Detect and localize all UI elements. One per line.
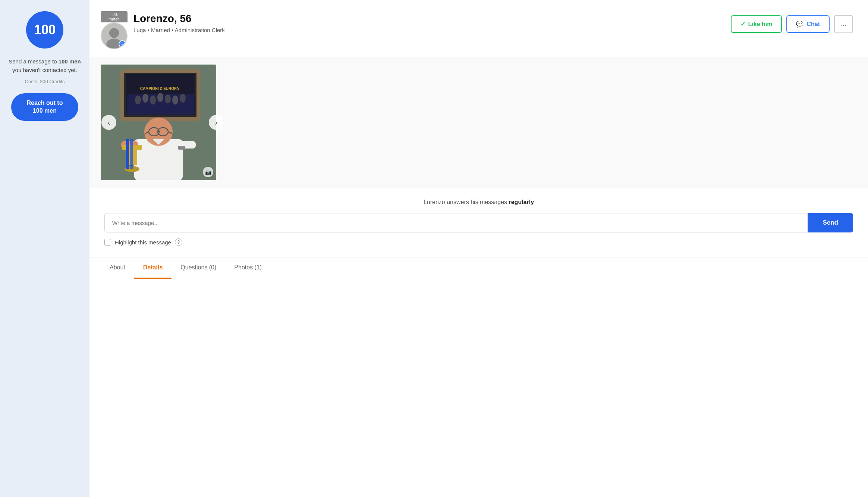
profile-meta: Luqa • Married • Administration Clerk	[133, 27, 225, 33]
main-content: ...% match ✓ Lorenzo,	[89, 0, 868, 497]
reach-out-button[interactable]: Reach out to 100 men	[11, 93, 78, 121]
svg-point-12	[165, 94, 171, 103]
badge-number: 100	[34, 22, 55, 38]
photo-section: ‹ CAMPIONI D'EUROPA	[89, 57, 868, 188]
header-actions: ✓ Like him 💬 Chat ...	[731, 11, 853, 33]
profile-header: ...% match ✓ Lorenzo,	[89, 0, 868, 57]
chat-icon: 💬	[796, 21, 803, 28]
match-avatar-wrap: ...% match ✓	[101, 11, 128, 49]
chevron-right-icon: ›	[215, 118, 218, 127]
highlight-checkbox[interactable]	[104, 239, 111, 246]
sidebar-desc-bold: 100 men	[59, 58, 81, 65]
svg-rect-29	[130, 139, 133, 169]
svg-point-9	[142, 94, 148, 103]
page-wrapper: 100 Send a message to 100 men you haven'…	[0, 0, 868, 497]
message-activity: Lorenzo answers his messages regularly	[104, 199, 853, 206]
tab-details[interactable]: Details	[134, 257, 172, 279]
ellipsis-icon: ...	[841, 20, 846, 28]
sidebar-desc-post: you haven't contacted yet.	[12, 67, 77, 73]
sidebar-cost: Costs: 300 Credits	[25, 79, 65, 84]
tab-photos[interactable]: Photos (1)	[225, 257, 271, 279]
match-label: ...% match	[101, 11, 128, 22]
cta-line2: 100 men	[33, 107, 57, 114]
tab-questions[interactable]: Questions (0)	[172, 257, 225, 279]
photo-next-button[interactable]: ›	[209, 115, 224, 130]
highlight-label[interactable]: Highlight this message	[115, 239, 171, 246]
camera-icon: 📷	[203, 167, 213, 177]
badge-circle: 100	[26, 11, 63, 49]
svg-rect-30	[178, 146, 185, 150]
svg-point-8	[135, 96, 141, 104]
tabs-section: About Details Questions (0) Photos (1)	[89, 257, 868, 279]
sidebar: 100 Send a message to 100 men you haven'…	[0, 0, 89, 497]
check-icon: ✓	[740, 21, 745, 28]
tab-about[interactable]: About	[101, 257, 134, 279]
cta-line1: Reach out to	[27, 100, 63, 106]
svg-point-11	[157, 93, 163, 102]
svg-rect-28	[126, 139, 129, 169]
avatar: ✓	[101, 22, 128, 49]
profile-info: Lorenzo, 56 Luqa • Married • Administrat…	[133, 11, 225, 33]
send-button[interactable]: Send	[808, 213, 853, 232]
message-input[interactable]	[104, 213, 808, 232]
message-input-row: Send	[104, 213, 853, 232]
profile-photo-svg: CAMPIONI D'EUROPA	[101, 65, 216, 180]
help-icon[interactable]: ?	[175, 238, 182, 246]
verified-badge: ✓	[119, 40, 126, 48]
sidebar-desc-pre: Send a message to	[9, 58, 58, 65]
more-button[interactable]: ...	[834, 15, 853, 33]
message-section: Lorenzo answers his messages regularly S…	[89, 188, 868, 257]
svg-point-13	[172, 96, 178, 104]
highlight-row: Highlight this message ?	[104, 238, 853, 246]
photo-prev-button[interactable]: ‹	[101, 115, 116, 130]
svg-text:CAMPIONI D'EUROPA: CAMPIONI D'EUROPA	[140, 87, 179, 91]
sidebar-description: Send a message to 100 men you haven't co…	[7, 57, 82, 74]
main-photo: CAMPIONI D'EUROPA	[101, 65, 216, 180]
chat-button[interactable]: 💬 Chat	[786, 15, 830, 33]
chevron-left-icon: ‹	[108, 118, 110, 127]
like-button[interactable]: ✓ Like him	[731, 15, 782, 33]
svg-point-1	[109, 28, 119, 38]
svg-point-14	[180, 94, 186, 103]
profile-header-left: ...% match ✓ Lorenzo,	[101, 11, 225, 49]
profile-name: Lorenzo, 56	[133, 13, 225, 25]
svg-point-10	[150, 96, 156, 104]
